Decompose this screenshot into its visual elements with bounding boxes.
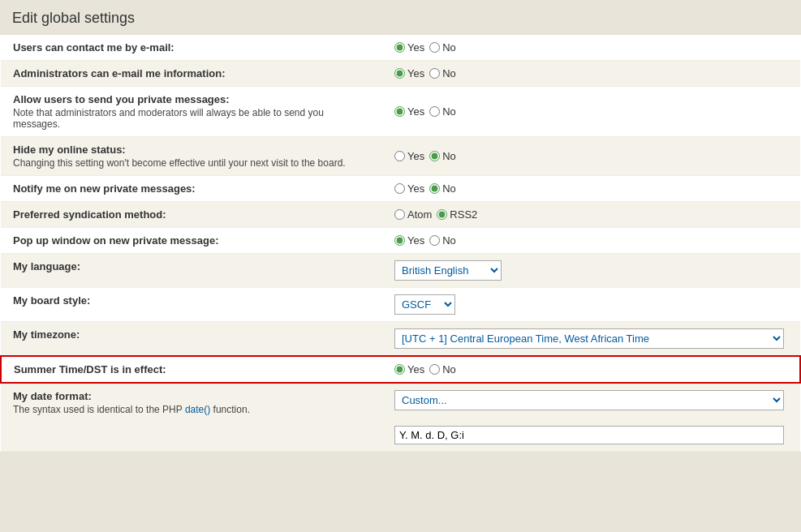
radio-group-email-contact: Yes No <box>394 41 788 54</box>
board-style-select[interactable]: GSCF Default Modern <box>394 294 455 315</box>
radio-yes-online-status[interactable]: Yes <box>394 150 424 162</box>
note-private-messages: Note that administrators and moderators … <box>13 107 370 130</box>
row-syndication: Preferred syndication method: Atom RSS2 <box>1 202 800 228</box>
label-private-messages: Allow users to send you private messages… <box>1 87 382 137</box>
control-admin-email: Yes No <box>382 61 800 87</box>
control-online-status: Yes No <box>382 137 800 176</box>
radio-group-popup-pm: Yes No <box>394 234 788 247</box>
radio-rss2-syndication[interactable]: RSS2 <box>437 208 477 221</box>
radio-input-atom[interactable] <box>394 209 405 220</box>
control-dst: Yes No <box>382 356 800 383</box>
page-container: Edit global settings Users can contact m… <box>0 0 801 532</box>
radio-no-dst[interactable]: No <box>429 363 456 375</box>
control-date-format: Custom... Y. M. d. D, G:i d/m/Y m/d/Y <box>382 383 800 452</box>
date-format-input[interactable] <box>394 426 784 444</box>
radio-input-yes-online[interactable] <box>394 151 405 161</box>
row-board-style: My board style: GSCF Default Modern <box>1 288 800 322</box>
row-admin-email: Administrators can e-mail me information… <box>1 61 800 87</box>
radio-group-private-messages: Yes No <box>394 105 788 118</box>
page-title: Edit global settings <box>0 0 801 35</box>
control-notify-pm: Yes No <box>382 176 800 202</box>
radio-input-no-online[interactable] <box>429 151 440 161</box>
language-select[interactable]: British English American English Deutsch… <box>394 260 502 281</box>
radio-input-rss2[interactable] <box>437 209 447 220</box>
radio-input-no-email-contact[interactable] <box>429 42 440 53</box>
radio-no-online-status[interactable]: No <box>429 150 456 162</box>
radio-yes-admin-email[interactable]: Yes <box>394 67 424 79</box>
control-syndication: Atom RSS2 <box>382 202 800 228</box>
radio-yes-dst[interactable]: Yes <box>394 363 424 375</box>
settings-wrapper: Users can contact me by e-mail: Yes No <box>0 35 801 452</box>
radio-no-private-messages[interactable]: No <box>429 105 456 118</box>
radio-input-no-pm[interactable] <box>429 106 440 117</box>
radio-input-yes-pm[interactable] <box>394 106 405 117</box>
row-date-format: My date format: The syntax used is ident… <box>1 383 800 452</box>
label-email-contact: Users can contact me by e-mail: <box>1 35 382 61</box>
radio-yes-popup-pm[interactable]: Yes <box>394 234 424 247</box>
control-timezone: [UTC + 0] Greenwich Mean Time [UTC + 1] … <box>382 322 800 357</box>
radio-input-yes-admin-email[interactable] <box>394 68 405 79</box>
radio-no-popup-pm[interactable]: No <box>429 234 456 247</box>
row-private-messages: Allow users to send you private messages… <box>1 87 800 137</box>
radio-group-dst: Yes No <box>394 363 787 375</box>
radio-input-no-admin-email[interactable] <box>429 68 440 79</box>
label-syndication: Preferred syndication method: <box>1 202 382 228</box>
radio-yes-notify-pm[interactable]: Yes <box>394 182 424 195</box>
note-date-format: The syntax used is identical to the PHP … <box>13 404 370 415</box>
radio-input-yes-popup[interactable] <box>394 235 405 246</box>
settings-table: Users can contact me by e-mail: Yes No <box>0 35 801 452</box>
radio-input-yes-email-contact[interactable] <box>394 42 405 53</box>
radio-group-online-status: Yes No <box>394 150 788 162</box>
radio-input-no-popup[interactable] <box>429 235 440 246</box>
radio-no-email-contact[interactable]: No <box>429 41 456 54</box>
radio-input-no-dst[interactable] <box>429 364 440 375</box>
radio-no-notify-pm[interactable]: No <box>429 182 456 195</box>
radio-group-admin-email: Yes No <box>394 67 788 79</box>
date-function-link[interactable]: date() <box>185 404 210 415</box>
row-language: My language: British English American En… <box>1 254 800 288</box>
label-notify-pm: Notify me on new private messages: <box>1 176 382 202</box>
label-popup-pm: Pop up window on new private message: <box>1 228 382 254</box>
control-board-style: GSCF Default Modern <box>382 288 800 322</box>
note-online-status: Changing this setting won't become effec… <box>13 157 370 169</box>
control-private-messages: Yes No <box>382 87 800 137</box>
radio-input-yes-notify[interactable] <box>394 183 405 194</box>
row-online-status: Hide my online status: Changing this set… <box>1 137 800 176</box>
date-format-select[interactable]: Custom... Y. M. d. D, G:i d/m/Y m/d/Y <box>394 390 784 410</box>
label-board-style: My board style: <box>1 288 382 322</box>
radio-atom-syndication[interactable]: Atom <box>394 208 432 221</box>
label-timezone: My timezone: <box>1 322 382 357</box>
control-language: British English American English Deutsch… <box>382 254 800 288</box>
radio-yes-email-contact[interactable]: Yes <box>394 41 424 54</box>
radio-yes-private-messages[interactable]: Yes <box>394 105 424 118</box>
radio-no-admin-email[interactable]: No <box>429 67 456 79</box>
row-popup-pm: Pop up window on new private message: Ye… <box>1 228 800 254</box>
label-dst: Summer Time/DST is in effect: <box>1 356 382 383</box>
label-date-format: My date format: The syntax used is ident… <box>1 383 382 452</box>
row-dst: Summer Time/DST is in effect: Yes No <box>1 356 800 383</box>
radio-input-no-notify[interactable] <box>429 183 440 194</box>
row-timezone: My timezone: [UTC + 0] Greenwich Mean Ti… <box>1 322 800 357</box>
row-notify-pm: Notify me on new private messages: Yes N… <box>1 176 800 202</box>
radio-group-syndication: Atom RSS2 <box>394 208 788 221</box>
control-popup-pm: Yes No <box>382 228 800 254</box>
radio-input-yes-dst[interactable] <box>394 364 405 375</box>
label-online-status: Hide my online status: Changing this set… <box>1 137 382 176</box>
timezone-select[interactable]: [UTC + 0] Greenwich Mean Time [UTC + 1] … <box>394 328 784 349</box>
label-language: My language: <box>1 254 382 288</box>
row-email-contact: Users can contact me by e-mail: Yes No <box>1 35 800 61</box>
radio-group-notify-pm: Yes No <box>394 182 788 195</box>
label-admin-email: Administrators can e-mail me information… <box>1 61 382 87</box>
control-email-contact: Yes No <box>382 35 800 61</box>
